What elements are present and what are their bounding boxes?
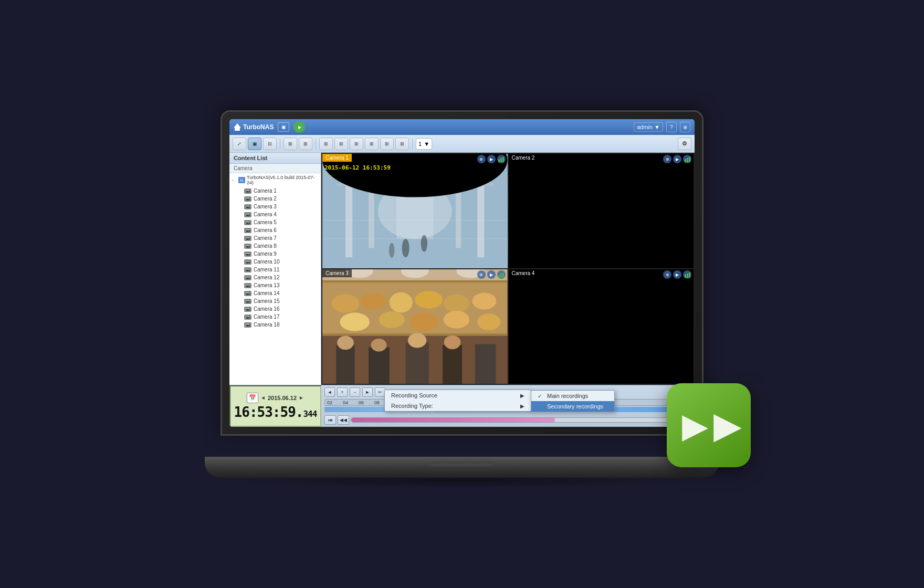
camera-name: Camera 1 <box>254 188 277 194</box>
camera-list-item[interactable]: 📷 Camera 1 <box>229 187 321 195</box>
layout-6-button[interactable]: ⊞ <box>365 138 379 150</box>
next-date-button[interactable]: ► <box>299 395 304 401</box>
layout-4a-button[interactable]: ⊞ <box>319 138 333 150</box>
fit-screen-button[interactable]: ⤢ <box>233 138 246 150</box>
bottom-bar: 📅 ◄ 2015.06.12 ► 16:53:59.344 <box>229 385 695 427</box>
camera-list-item[interactable]: 📷 Camera 5 <box>229 218 321 226</box>
cam2-play-btn[interactable]: ▶ <box>673 155 681 163</box>
svg-rect-49 <box>406 343 429 384</box>
nvr-application: TurboNAS ▣ admin ▼ ? ⊕ ⤢ <box>229 119 695 427</box>
main-recordings-item[interactable]: ✓ Main recordings <box>531 391 614 401</box>
monitor-button[interactable]: ▣ <box>278 122 289 132</box>
camera-cell-1: Camera 1 2015-06-12 16:53:59 ⊕ ▶ <box>322 154 508 268</box>
layout-4b-button[interactable]: ⊞ <box>334 138 348 150</box>
cam4-signal-btn <box>683 270 691 279</box>
prev-timeline-button[interactable]: ◄ <box>324 387 335 397</box>
camera-name: Camera 11 <box>254 267 279 272</box>
channel-dropdown-icon: ▼ <box>424 141 429 147</box>
camera-icon: 📷 <box>244 259 251 265</box>
camera-list-item[interactable]: 📷 Camera 8 <box>229 242 321 250</box>
camera-icon: 📷 <box>244 220 251 225</box>
prev-date-button[interactable]: ◄ <box>260 395 266 401</box>
tree-root-item[interactable]: − N TurboNAS(v5.1.0 build 2015-07-24) <box>229 173 321 187</box>
main-check-icon: ✓ <box>538 393 544 399</box>
layout-7-button[interactable]: ⊞ <box>380 138 394 150</box>
camera-icon: 📷 <box>244 236 251 241</box>
camera-list-item[interactable]: 📷 Camera 4 <box>229 211 321 218</box>
svg-point-43 <box>444 311 469 328</box>
layout-1x1-button[interactable]: ▣ <box>248 138 261 150</box>
timeline-controls: ◄ + − ► ✂ Recording Source ▶ <box>324 387 691 397</box>
admin-dropdown[interactable]: admin ▼ <box>634 122 663 132</box>
toolbar: ⤢ ▣ ⊟ ⊞ ⊞ ⊞ ⊞ ⊞ ⊞ ⊞ ⊞ 1 ▼ <box>229 135 695 153</box>
globe-button[interactable]: ⊕ <box>680 122 690 132</box>
camera-icon: 📷 <box>244 188 251 194</box>
recording-source-menu: Recording Source ▶ ✓ Main recordings <box>384 390 531 412</box>
camera-1-timestamp: 2015-06-12 16:53:59 <box>324 164 391 171</box>
layout-split-button[interactable]: ⊟ <box>263 138 277 150</box>
svg-point-55 <box>444 335 461 349</box>
camera-icon: 📷 <box>244 291 251 296</box>
camera-name: Camera 2 <box>254 196 277 202</box>
camera-list-item[interactable]: 📷 Camera 18 <box>229 321 321 329</box>
camera-list-item[interactable]: 📷 Camera 17 <box>229 313 321 321</box>
camera-list-item[interactable]: 📷 Camera 3 <box>229 203 321 211</box>
prev-frame-button[interactable]: ◀◀ <box>338 415 349 425</box>
channel-select[interactable]: 1 ▼ <box>416 138 432 150</box>
layout-3x3-button[interactable]: ⊞ <box>299 138 312 150</box>
help-button[interactable]: ? <box>666 122 677 132</box>
layout-8-button[interactable]: ⊞ <box>395 138 409 150</box>
secondary-recordings-item[interactable]: Secondary recordings <box>531 401 614 412</box>
cam3-globe-btn[interactable]: ⊕ <box>477 270 486 279</box>
camera-icon: 📷 <box>244 322 251 328</box>
cam3-play-btn[interactable]: ▶ <box>487 270 496 279</box>
camera-list-item[interactable]: 📷 Camera 10 <box>229 258 321 266</box>
settings-button[interactable]: ⚙ <box>678 138 691 150</box>
next-timeline-button[interactable]: ► <box>362 387 373 397</box>
camera-list-item[interactable]: 📷 Camera 13 <box>229 281 321 289</box>
cam1-play-btn[interactable]: ▶ <box>487 155 496 163</box>
svg-point-34 <box>332 294 360 312</box>
camera-4-feed <box>509 269 694 384</box>
camera-list-item[interactable]: 📷 Camera 2 <box>229 195 321 203</box>
camera-icon: 📷 <box>244 196 251 202</box>
camera-list-item[interactable]: 📷 Camera 9 <box>229 250 321 258</box>
layout-2x2-button[interactable]: ⊞ <box>284 138 297 150</box>
nas-icon: N <box>238 177 245 183</box>
camera-list-item[interactable]: 📷 Camera 7 <box>229 234 321 242</box>
cam2-globe-btn[interactable]: ⊕ <box>663 155 671 163</box>
progress-bar[interactable] <box>351 417 691 423</box>
calendar-icon[interactable]: 📅 <box>247 393 258 403</box>
skip-start-button[interactable]: ⏮ <box>324 415 336 425</box>
camera-list-item[interactable]: 📷 Camera 12 <box>229 274 321 281</box>
svg-rect-30 <box>509 154 694 268</box>
time-value: 16:53:59 <box>234 404 296 420</box>
recording-source-item[interactable]: Recording Source ▶ <box>385 390 531 401</box>
cam4-play-btn[interactable]: ▶ <box>673 270 681 279</box>
camera-list-item[interactable]: 📷 Camera 15 <box>229 297 321 305</box>
secondary-recordings-label: Secondary recordings <box>547 403 603 410</box>
camera-grid: Camera 1 2015-06-12 16:53:59 ⊕ ▶ <box>321 153 695 385</box>
camera-icon: 📷 <box>244 244 251 249</box>
play-button-title[interactable] <box>293 121 305 133</box>
clip-button[interactable]: ✂ <box>375 387 385 397</box>
play-overlay-button[interactable]: ▶ <box>667 383 751 467</box>
cam1-globe-btn[interactable]: ⊕ <box>477 155 486 163</box>
layout-5-button[interactable]: ⊞ <box>350 138 363 150</box>
cam4-globe-btn[interactable]: ⊕ <box>663 270 671 279</box>
camera-name: Camera 10 <box>254 259 279 265</box>
recording-type-item[interactable]: Recording Type: ▶ <box>385 401 531 411</box>
camera-list-item[interactable]: 📷 Camera 14 <box>229 289 321 297</box>
svg-point-53 <box>371 339 387 352</box>
zoom-in-button[interactable]: + <box>337 387 348 397</box>
toolbar-separator-3 <box>412 139 413 149</box>
camera-list-item[interactable]: 📷 Camera 11 <box>229 266 321 274</box>
camera-1-controls: ⊕ ▶ <box>477 155 506 163</box>
zoom-out-button[interactable]: − <box>350 387 360 397</box>
svg-point-37 <box>415 291 443 308</box>
camera-2-controls: ⊕ ▶ <box>663 155 691 163</box>
camera-list-item[interactable]: 📷 Camera 16 <box>229 305 321 313</box>
camera-list-item[interactable]: 📷 Camera 6 <box>229 226 321 234</box>
camera-3-controls: ⊕ ▶ <box>477 270 506 279</box>
camera-cell-2: Camera 2 ⊕ ▶ <box>509 154 694 268</box>
